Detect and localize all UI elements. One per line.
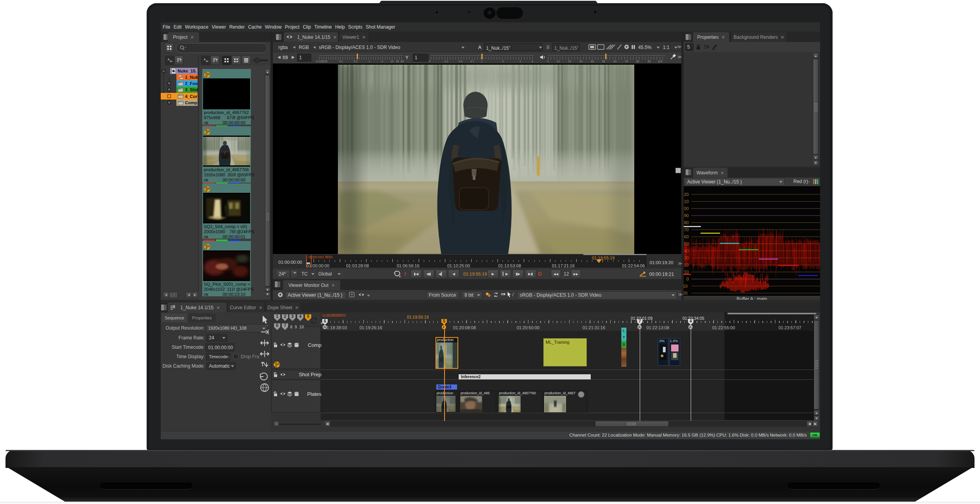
svg-text:20: 20 <box>684 291 688 296</box>
svg-text:80: 80 <box>684 220 689 225</box>
svg-text:0: 0 <box>686 277 689 281</box>
svg-text:60: 60 <box>684 234 689 239</box>
svg-text:10: 10 <box>684 270 689 274</box>
svg-text:20: 20 <box>684 192 689 197</box>
svg-text:00: 00 <box>684 206 689 211</box>
svg-text:70: 70 <box>684 227 689 232</box>
svg-text:10: 10 <box>684 284 688 288</box>
svg-text:10: 10 <box>684 199 689 204</box>
svg-text:90: 90 <box>684 213 689 218</box>
